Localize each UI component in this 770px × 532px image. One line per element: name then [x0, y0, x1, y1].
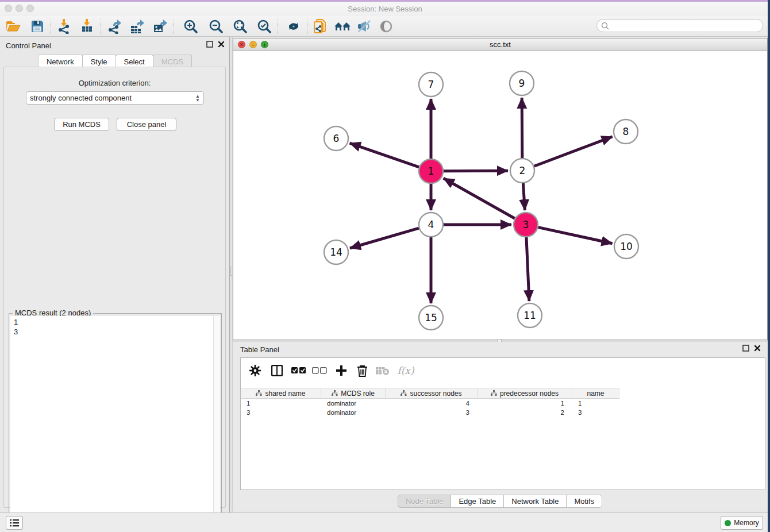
window-title: Session: New Session — [0, 5, 770, 13]
column-label: predecessor nodes — [500, 390, 559, 398]
show-graphics-details-icon[interactable] — [378, 18, 395, 35]
network-canvas[interactable]: 7968124314101511 — [233, 51, 767, 340]
column-header-MCDS-role[interactable]: MCDS role — [321, 388, 386, 398]
memory-button[interactable]: Memory — [721, 516, 763, 530]
zoom-out-icon[interactable] — [207, 18, 225, 35]
import-table-icon[interactable] — [79, 18, 96, 35]
add-column-icon[interactable] — [332, 362, 351, 379]
delete-table-icon[interactable] — [373, 362, 392, 379]
optimization-criterion-select[interactable]: strongly connected component ▲▼ — [26, 91, 204, 105]
close-panel-button[interactable]: Close panel — [117, 118, 176, 131]
node-3[interactable]: 3 — [514, 213, 538, 237]
cell-MCDS-role[interactable]: dominator — [321, 408, 386, 417]
import-network-icon[interactable] — [56, 18, 73, 35]
search-field[interactable] — [596, 19, 763, 32]
mcds-result-text[interactable]: 1 3 — [10, 316, 220, 529]
cell-name[interactable]: 3 — [572, 408, 619, 417]
node-8[interactable]: 8 — [614, 119, 638, 144]
export-image-icon[interactable] — [152, 18, 169, 35]
node-14[interactable]: 14 — [324, 240, 348, 264]
run-mcds-button[interactable]: Run MCDS — [54, 118, 109, 131]
cell-successor-nodes[interactable]: 3 — [386, 408, 478, 417]
column-label: name — [587, 390, 604, 398]
float-panel-icon[interactable] — [206, 41, 213, 48]
cell-shared-name[interactable]: 1 — [241, 399, 321, 408]
toolbar-separator — [278, 19, 278, 34]
node-15[interactable]: 15 — [419, 306, 443, 330]
close-panel-icon[interactable] — [754, 345, 761, 352]
edge-4-14[interactable] — [350, 228, 419, 248]
select-all-icon[interactable] — [289, 362, 309, 379]
float-panel-icon[interactable] — [742, 345, 749, 352]
cell-name[interactable]: 1 — [572, 399, 619, 408]
node-1[interactable]: 1 — [419, 159, 443, 183]
delete-column-icon[interactable] — [352, 362, 372, 379]
node-9[interactable]: 9 — [510, 71, 534, 95]
table-row[interactable]: 1dominator411 — [241, 399, 765, 408]
table-rows[interactable]: 1dominator4113dominator323 — [241, 399, 765, 417]
desktop-edge — [768, 0, 770, 532]
node-7[interactable]: 7 — [419, 72, 443, 97]
node-table: f(x) shared nameMCDS rolesuccessor nodes… — [240, 357, 765, 490]
mcds-panel: Optimization criterion: strongly connect… — [3, 67, 226, 508]
split-panel-icon[interactable] — [267, 362, 287, 379]
column-header-name[interactable]: name — [572, 388, 619, 398]
result-scrollbar[interactable] — [213, 316, 220, 529]
hide-annotations-icon[interactable] — [356, 18, 373, 35]
apply-layout-icon[interactable] — [285, 18, 302, 35]
zoom-fit-icon[interactable] — [232, 18, 249, 35]
table-row[interactable]: 3dominator323 — [241, 408, 765, 417]
cell-predecessor-nodes[interactable]: 1 — [478, 399, 572, 408]
edge-2-3[interactable] — [523, 183, 525, 210]
tab-node-table[interactable]: Node Table — [398, 495, 452, 508]
network-graph[interactable]: 7968124314101511 — [233, 51, 767, 340]
cell-MCDS-role[interactable]: dominator — [321, 399, 386, 408]
clone-network-icon[interactable] — [312, 18, 329, 35]
node-2[interactable]: 2 — [510, 159, 534, 183]
deselect-all-icon[interactable] — [310, 362, 329, 379]
node-10[interactable]: 10 — [614, 234, 638, 259]
table-header-row[interactable]: shared nameMCDS rolesuccessor nodesprede… — [241, 388, 619, 399]
edge-2-8[interactable] — [534, 137, 613, 166]
function-builder-icon[interactable]: f(x) — [396, 362, 415, 379]
cell-shared-name[interactable]: 3 — [241, 408, 321, 417]
table-toolbar: f(x) — [241, 358, 765, 383]
search-input[interactable] — [609, 21, 763, 31]
cell-successor-nodes[interactable]: 4 — [386, 399, 478, 408]
task-history-button[interactable] — [6, 516, 23, 530]
column-header-successor-nodes[interactable]: successor nodes — [386, 388, 478, 398]
table-settings-icon[interactable] — [245, 362, 265, 379]
svg-text:2: 2 — [519, 165, 526, 176]
network-view-window: ✕ – + scc.txt 7968124314101511 — [233, 38, 768, 340]
edge-1-6[interactable] — [350, 143, 419, 167]
close-panel-icon[interactable] — [218, 41, 225, 48]
edge-3-1[interactable] — [444, 178, 515, 218]
node-11[interactable]: 11 — [518, 303, 542, 327]
network-window-title: scc.txt — [233, 40, 767, 49]
edge-1-2[interactable] — [444, 171, 508, 171]
splitter-grip[interactable] — [230, 267, 232, 276]
tab-network-table[interactable]: Network Table — [503, 495, 567, 508]
column-header-shared-name[interactable]: shared name — [241, 388, 321, 398]
export-table-icon[interactable] — [129, 18, 146, 35]
network-window-titlebar[interactable]: ✕ – + scc.txt — [233, 38, 767, 51]
node-4[interactable]: 4 — [419, 213, 443, 237]
zoom-in-icon[interactable] — [182, 18, 199, 35]
tab-motifs[interactable]: Motifs — [566, 495, 602, 508]
zoom-selected-icon[interactable] — [256, 18, 273, 35]
optimization-criterion-label: Optimization criterion: — [4, 79, 225, 87]
save-session-icon[interactable] — [29, 18, 46, 35]
export-network-icon[interactable] — [106, 18, 123, 35]
edge-2-9[interactable] — [522, 98, 522, 158]
first-neighbors-icon[interactable] — [334, 18, 351, 35]
select-stepper-icon: ▲▼ — [195, 94, 200, 102]
column-label: shared name — [265, 390, 305, 398]
open-session-icon[interactable] — [5, 18, 22, 35]
edge-3-10[interactable] — [538, 228, 612, 244]
node-6[interactable]: 6 — [324, 126, 348, 151]
cell-predecessor-nodes[interactable]: 2 — [478, 408, 572, 417]
edge-3-11[interactable] — [526, 237, 529, 301]
column-header-predecessor-nodes[interactable]: predecessor nodes — [478, 388, 572, 398]
tab-edge-table[interactable]: Edge Table — [451, 495, 504, 508]
svg-text:3: 3 — [523, 219, 529, 230]
